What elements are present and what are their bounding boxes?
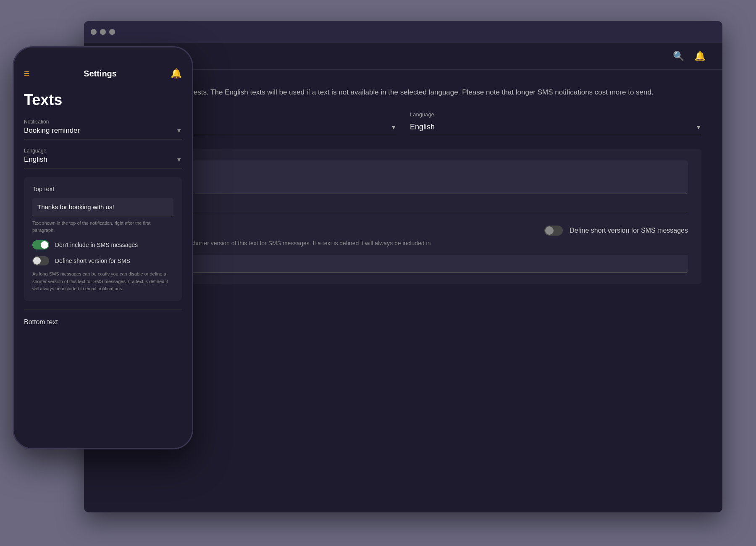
- desktop-define-short-label: Define short version for SMS messages: [570, 227, 688, 234]
- phone-define-short-toggle-row: Define short version for SMS: [32, 256, 173, 265]
- phone-content: Texts Notification Booking reminder ▼ La…: [14, 86, 192, 336]
- phone-dont-include-label: Don't include in SMS messages: [55, 242, 138, 248]
- phone-notification-arrow-icon: ▼: [176, 127, 182, 134]
- phone-top-text-title: Top text: [32, 185, 173, 192]
- phone-language-value: English: [24, 155, 47, 164]
- desktop-define-short-toggle-row: Define short version for SMS messages: [544, 226, 688, 236]
- desktop-bottom-input[interactable]: els:: [118, 255, 688, 273]
- traffic-light-minimize[interactable]: [100, 29, 106, 35]
- phone-bottom-text-label: Bottom text: [24, 318, 182, 326]
- phone-screen: ≡ Settings 🔔 Texts Notification Booking …: [14, 47, 192, 448]
- notification-dropdown-icon: ▼: [391, 124, 396, 131]
- phone-notification-group: Notification Booking reminder ▼: [24, 119, 182, 139]
- phone-container: ≡ Settings 🔔 Texts Notification Booking …: [13, 46, 193, 449]
- phone-define-short-label: Define short version for SMS: [55, 257, 130, 264]
- phone-topbar: ≡ Settings 🔔: [14, 61, 192, 86]
- language-select[interactable]: English ▼: [410, 119, 701, 135]
- language-label: Language: [410, 111, 701, 118]
- phone-title: Settings: [84, 69, 117, 79]
- phone-sms-desc: As long SMS messages can be costly you c…: [32, 270, 173, 293]
- phone-bell-icon[interactable]: 🔔: [171, 68, 182, 79]
- phone-top-text-card: Top text Thanks for booking with us! Tex…: [24, 177, 182, 301]
- phone-dont-include-toggle-row: Don't include in SMS messages: [32, 240, 173, 249]
- bell-icon[interactable]: 🔔: [694, 51, 706, 62]
- phone-notification-label: Notification: [24, 119, 182, 125]
- desktop-titlebar: [84, 21, 722, 43]
- traffic-lights: [91, 29, 115, 35]
- phone-dont-include-toggle[interactable]: [32, 240, 49, 249]
- phone-language-arrow-icon: ▼: [176, 156, 182, 163]
- phone-divider: [24, 310, 182, 310]
- desktop-top-text-hint: Enter the first paragraph.: [118, 198, 688, 205]
- desktop-sms-desc: You can disable or define a shorter vers…: [118, 240, 688, 247]
- desktop-description: SMS notifications sent to guests. The En…: [105, 87, 701, 98]
- traffic-light-close[interactable]: [91, 29, 97, 35]
- desktop-top-text-card: Enter the first paragraph. ages Define s…: [105, 149, 701, 284]
- phone-notification-select[interactable]: Booking reminder ▼: [24, 126, 182, 139]
- phone-language-select[interactable]: English ▼: [24, 155, 182, 168]
- phone-section-title: Texts: [24, 91, 182, 109]
- phone-notch: [78, 47, 128, 59]
- phone-top-text-value: Thanks for booking with us!: [37, 203, 114, 210]
- desktop-language-group: Language English ▼: [410, 111, 701, 135]
- phone-top-text-helper: Text shown in the top of the notificatio…: [32, 220, 173, 234]
- search-icon[interactable]: 🔍: [673, 51, 684, 62]
- phone-notification-value: Booking reminder: [24, 126, 80, 135]
- desktop-top-text-input[interactable]: [118, 160, 688, 194]
- phone-define-short-toggle[interactable]: [32, 256, 49, 265]
- traffic-light-maximize[interactable]: [109, 29, 115, 35]
- hamburger-icon[interactable]: ≡: [24, 68, 30, 79]
- language-select-value: English: [410, 123, 435, 131]
- desktop-define-short-toggle[interactable]: [544, 226, 563, 236]
- topbar-icons: 🔍 🔔: [673, 51, 706, 62]
- phone-language-group: Language English ▼: [24, 148, 182, 168]
- language-dropdown-icon: ▼: [696, 124, 701, 131]
- phone-language-label: Language: [24, 148, 182, 154]
- desktop-filters: Notification Booking reminder ▼ Language…: [105, 111, 701, 135]
